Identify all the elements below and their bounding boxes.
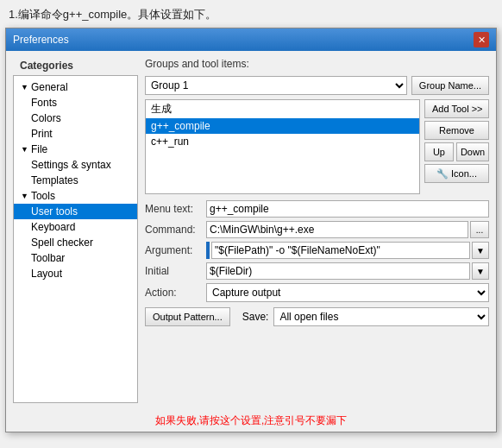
list-item[interactable]: c++_run (146, 134, 419, 149)
sidebar-item-label: File (31, 143, 47, 155)
save-select[interactable]: All open files Current file No save (273, 307, 489, 326)
command-input-wrap: ... (206, 221, 489, 238)
action-label: Action: (145, 287, 201, 299)
sidebar-item-layout[interactable]: Layout (14, 266, 137, 281)
up-down-row: Up Down (424, 142, 489, 161)
output-pattern-button[interactable]: Output Pattern... (145, 307, 230, 326)
command-browse-button[interactable]: ... (470, 221, 489, 238)
sidebar-item-label: Colors (31, 112, 61, 124)
group-select-wrap: Group 1 Group 2 (145, 76, 407, 95)
group-name-button[interactable]: Group Name... (411, 76, 489, 95)
groups-label: Groups and tool items: (145, 58, 489, 70)
command-label: Command: (145, 224, 201, 236)
sidebar-item-keyboard[interactable]: Keyboard (14, 219, 137, 235)
action-select[interactable]: Capture output Run silently Show output (206, 283, 489, 302)
categories-label: Categories (13, 58, 138, 75)
sidebar-item-label: User tools (31, 205, 78, 218)
icon-button[interactable]: 🔧 Icon... (424, 164, 489, 183)
tools-list: 生成 g++_compile c++_run (145, 99, 420, 194)
sidebar-item-label: Print (31, 128, 53, 140)
action-row: Action: Capture output Run silently Show… (145, 283, 489, 302)
up-button[interactable]: Up (424, 142, 454, 161)
expand-icon: ▼ (21, 192, 28, 200)
initial-input[interactable] (206, 262, 470, 280)
gear-icon: 🔧 (436, 168, 449, 180)
command-row: Command: ... (145, 221, 489, 238)
initial-dropdown-button[interactable]: ▼ (472, 262, 489, 280)
sidebar-item-toolbar[interactable]: Toolbar (14, 250, 137, 266)
save-label: Save: (242, 311, 269, 323)
sidebar-item-label: General (31, 81, 68, 93)
form-section: Menu text: Command: ... Argument: (145, 200, 489, 326)
bottom-message: 如果失败,请按这个设置,注意引号不要漏下 (6, 410, 496, 432)
dialog-close-button[interactable]: ✕ (474, 32, 489, 47)
sidebar-item-label: Toolbar (31, 252, 65, 264)
initial-input-wrap: ▼ (206, 262, 489, 280)
menu-text-label: Menu text: (145, 203, 201, 215)
categories-panel: ▼ General Fonts Colors Print ▼ File (13, 75, 138, 403)
sidebar-item-tools[interactable]: ▼ Tools (14, 188, 137, 204)
tools-buttons: Add Tool >> Remove Up Down 🔧 Icon... (424, 99, 489, 194)
right-panel: Groups and tool items: Group 1 Group 2 G… (145, 58, 489, 403)
argument-dropdown-button[interactable]: ▼ (472, 242, 489, 259)
sidebar-item-spell-checker[interactable]: Spell checker (14, 235, 137, 250)
command-input[interactable] (206, 221, 468, 238)
argument-label: Argument: (145, 244, 201, 256)
remove-button[interactable]: Remove (424, 121, 489, 140)
sidebar-item-fonts[interactable]: Fonts (14, 95, 137, 110)
sidebar-item-label: Tools (31, 190, 55, 202)
tools-section: 生成 g++_compile c++_run Add Tool >> Remov… (145, 99, 489, 194)
sidebar-item-user-tools[interactable]: User tools (14, 204, 137, 219)
sidebar-item-label: Layout (31, 268, 62, 280)
sidebar-item-label: Settings & syntax (31, 159, 111, 171)
dialog-body: Categories ▼ General Fonts Colors Print (6, 51, 496, 410)
down-button[interactable]: Down (456, 142, 489, 161)
sidebar-item-label: Templates (31, 174, 78, 186)
dialog-titlebar: Preferences ✕ (6, 28, 496, 51)
initial-row: Initial ▼ (145, 262, 489, 280)
expand-icon: ▼ (21, 83, 28, 91)
argument-bar (206, 242, 210, 259)
sidebar-item-general[interactable]: ▼ General (14, 79, 137, 95)
sidebar-item-file[interactable]: ▼ File (14, 142, 137, 157)
output-row: Output Pattern... Save: All open files C… (145, 307, 489, 326)
top-instruction: 1.编译命令g++_compile。具体设置如下。 (0, 0, 502, 28)
group-select[interactable]: Group 1 Group 2 (145, 76, 407, 95)
list-item[interactable]: 生成 (146, 100, 419, 118)
categories-panel-wrap: Categories ▼ General Fonts Colors Print (13, 58, 138, 403)
groups-row: Group 1 Group 2 Group Name... (145, 76, 489, 95)
expand-icon: ▼ (21, 145, 28, 154)
sidebar-item-templates[interactable]: Templates (14, 173, 137, 188)
sidebar-item-label: Fonts (31, 97, 57, 109)
sidebar-item-colors[interactable]: Colors (14, 110, 137, 126)
argument-input-wrap: ▼ (206, 242, 489, 259)
argument-input[interactable] (211, 242, 470, 259)
argument-row: Argument: ▼ (145, 242, 489, 259)
dialog-title: Preferences (13, 34, 69, 46)
list-item[interactable]: g++_compile (146, 118, 419, 134)
menu-text-row: Menu text: (145, 200, 489, 218)
preferences-dialog: Preferences ✕ Categories ▼ General Fonts… (5, 28, 497, 432)
sidebar-item-label: Keyboard (31, 221, 75, 233)
menu-text-input[interactable] (206, 200, 489, 218)
sidebar-item-label: Spell checker (31, 237, 93, 249)
add-tool-button[interactable]: Add Tool >> (424, 99, 489, 118)
sidebar-item-print[interactable]: Print (14, 126, 137, 142)
sidebar-item-settings-syntax[interactable]: Settings & syntax (14, 157, 137, 173)
initial-label: Initial (145, 265, 201, 277)
